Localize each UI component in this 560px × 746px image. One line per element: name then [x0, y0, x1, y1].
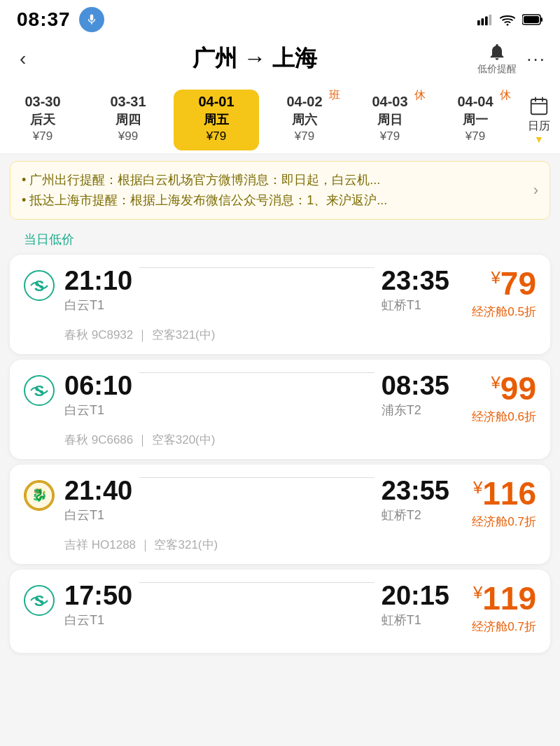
svg-rect-0	[477, 20, 480, 25]
arr-time-4: 20:15	[382, 582, 449, 609]
calendar-arrow-icon: ▼	[534, 134, 544, 145]
price-amount-4: ¥119	[473, 582, 536, 614]
airline-logo-1: S	[24, 270, 55, 301]
flight-arr-4: 20:15 虹桥T1	[382, 582, 449, 628]
dep-airport-3: 白云T1	[64, 507, 132, 523]
airline-logo-3: 🐉	[24, 480, 55, 511]
arr-airport-1: 虹桥T1	[382, 297, 449, 314]
flight-arr-2: 08:35 浦东T2	[382, 372, 449, 418]
flight-dep-3: 21:40 白云T1	[64, 477, 132, 523]
flight-card-2[interactable]: S 06:10 白云T1 08:35 浦东T2 ¥99 经济舱0.6折 春秋 9…	[10, 360, 550, 459]
date-weekday-1: 后天	[30, 111, 55, 128]
svg-point-4	[507, 24, 509, 26]
svg-rect-7	[524, 16, 539, 23]
price-symbol-1: ¥	[491, 267, 500, 286]
airline-logo-2: S	[24, 375, 55, 406]
signal-icon	[477, 13, 493, 26]
price-symbol-2: ¥	[491, 372, 500, 391]
flight-row-1: S 21:10 白云T1 23:35 虹桥T1 ¥79 经济舱0.5折	[24, 267, 536, 320]
flight-arr-1: 23:35 虹桥T1	[382, 267, 449, 314]
flight-arr-3: 23:55 虹桥T2	[382, 477, 449, 523]
flight-card-4[interactable]: S 17:50 白云T1 20:15 虹桥T1 ¥119 经济舱0.7折	[10, 570, 550, 653]
date-weekday-2: 周四	[115, 111, 141, 128]
date-mmdd-4: 04-02	[286, 94, 322, 110]
flight-row-2: S 06:10 白云T1 08:35 浦东T2 ¥99 经济舱0.6折	[24, 372, 536, 425]
date-price-3: ¥79	[206, 129, 226, 143]
wifi-icon	[500, 13, 515, 26]
date-weekday-4: 周六	[292, 111, 317, 128]
svg-rect-3	[489, 15, 492, 26]
arr-time-2: 08:35	[382, 372, 449, 399]
calendar-button[interactable]: 日历 ▼	[518, 90, 560, 150]
header-nav: ‹ 广州 → 上海 低价提醒 ···	[0, 36, 560, 84]
arr-time-3: 23:55	[382, 477, 449, 504]
flight-price-col-4: ¥119 经济舱0.7折	[459, 582, 536, 635]
flight-dep-2: 06:10 白云T1	[64, 372, 132, 418]
flight-card-1[interactable]: S 21:10 白云T1 23:35 虹桥T1 ¥79 经济舱0.5折 春秋 9…	[10, 255, 550, 354]
flight-price-col-1: ¥79 经济舱0.5折	[459, 267, 536, 320]
arr-airport-3: 虹桥T2	[382, 507, 449, 523]
status-icons	[477, 13, 543, 26]
svg-text:🐉: 🐉	[31, 487, 48, 502]
flight-times-4: 17:50 白云T1 20:15 虹桥T1	[64, 582, 449, 628]
flight-card-3[interactable]: 🐉 21:40 白云T1 23:55 虹桥T2 ¥116 经济舱0.7折 吉祥 …	[10, 465, 550, 564]
flight-row-3: 🐉 21:40 白云T1 23:55 虹桥T2 ¥116 经济舱0.7折	[24, 477, 536, 530]
flight-times-1: 21:10 白云T1 23:35 虹桥T1	[64, 267, 449, 314]
date-badge-5: 休	[414, 88, 426, 103]
price-tag-3: 经济舱0.7折	[472, 514, 536, 530]
date-item-2[interactable]: 03-31 周四 ¥99	[85, 90, 171, 150]
notice-banner[interactable]: • 广州出行提醒：根据白云机场官方微博消息：即日起，白云机... • 抵达上海市…	[10, 161, 550, 220]
flight-divider-3	[132, 477, 382, 478]
date-mmdd-1: 03-30	[24, 94, 60, 110]
date-price-1: ¥79	[33, 129, 52, 143]
price-tag-4: 经济舱0.7折	[472, 619, 536, 635]
flight-dep-1: 21:10 白云T1	[64, 267, 132, 314]
flight-info-3: 吉祥 HO1288 ｜ 空客321(中)	[64, 537, 536, 553]
date-badge-4: 班	[329, 88, 340, 103]
notice-arrow-icon: ›	[533, 181, 538, 199]
notice-line-2: • 抵达上海市提醒：根据上海发布微信公众号消息：1、来沪返沪...	[22, 190, 528, 211]
dep-airport-1: 白云T1	[64, 297, 132, 314]
dep-airport-2: 白云T1	[64, 402, 132, 418]
date-item-6[interactable]: 休 04-04 周一 ¥79	[433, 90, 518, 150]
flight-info-2: 春秋 9C6686 ｜ 空客320(中)	[64, 432, 536, 448]
date-item-5[interactable]: 休 04-03 周日 ¥79	[347, 90, 433, 150]
date-mmdd-3: 04-01	[198, 94, 234, 110]
date-mmdd-5: 04-03	[372, 94, 407, 110]
date-price-5: ¥79	[380, 129, 400, 143]
notice-line-1: • 广州出行提醒：根据白云机场官方微博消息：即日起，白云机...	[22, 170, 528, 190]
more-button[interactable]: ···	[526, 48, 546, 70]
flight-divider-2	[132, 372, 382, 373]
date-badge-6: 休	[500, 88, 511, 103]
flight-times-2: 06:10 白云T1 08:35 浦东T2	[64, 372, 449, 418]
status-time: 08:37	[17, 8, 71, 31]
date-price-4: ¥79	[295, 129, 314, 143]
date-item-1[interactable]: 03-30 后天 ¥79	[0, 90, 85, 150]
svg-rect-1	[482, 18, 484, 25]
dep-airport-4: 白云T1	[64, 612, 132, 628]
price-tag-2: 经济舱0.6折	[472, 409, 536, 425]
airline-logo-4: S	[24, 585, 55, 616]
date-item-4[interactable]: 班 04-02 周六 ¥79	[262, 90, 347, 150]
date-weekday-6: 周一	[463, 111, 488, 128]
price-tag-1: 经济舱0.5折	[472, 304, 536, 320]
svg-rect-6	[540, 17, 542, 22]
flight-dep-4: 17:50 白云T1	[64, 582, 132, 628]
dep-time-3: 21:40	[64, 477, 132, 504]
date-price-2: ¥99	[118, 129, 138, 143]
mic-button[interactable]	[79, 7, 104, 32]
dep-time-1: 21:10	[64, 267, 132, 294]
svg-rect-2	[485, 16, 488, 25]
price-symbol-3: ¥	[473, 477, 482, 496]
flight-divider-4	[132, 582, 382, 583]
back-button[interactable]: ‹	[14, 45, 31, 73]
arr-time-1: 23:35	[382, 267, 449, 294]
date-picker: 03-30 后天 ¥79 03-31 周四 ¥99 04-01 周五 ¥79 班…	[0, 84, 560, 154]
bell-button[interactable]: 低价提醒	[477, 42, 517, 76]
flight-divider-1	[132, 267, 382, 268]
price-amount-1: ¥79	[491, 267, 536, 300]
status-bar: 08:37	[0, 0, 560, 36]
date-item-3[interactable]: 04-01 周五 ¥79	[174, 90, 259, 150]
flight-times-3: 21:40 白云T1 23:55 虹桥T2	[64, 477, 449, 523]
header-actions: 低价提醒 ···	[477, 42, 546, 76]
